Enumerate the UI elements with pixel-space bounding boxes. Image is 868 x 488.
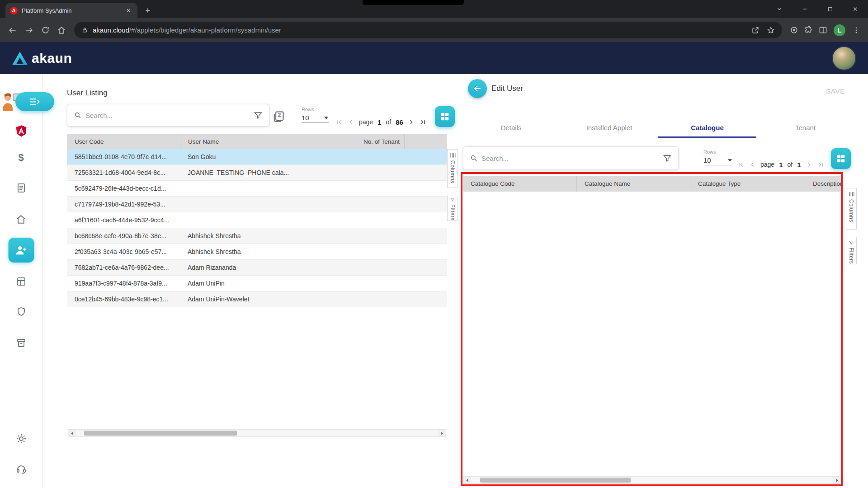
share-icon[interactable]	[751, 26, 760, 34]
col-catalogue-type[interactable]: Catalogue Type	[690, 176, 805, 192]
scroll-right-icon[interactable]	[438, 430, 446, 436]
scroll-thumb[interactable]	[480, 478, 631, 483]
back-icon[interactable]	[5, 22, 21, 38]
sidebar-item-support[interactable]	[12, 460, 30, 478]
col-catalogue-name[interactable]: Catalogue Name	[576, 176, 690, 192]
app-sidebar: $	[0, 74, 42, 488]
col-user-name[interactable]: User Name	[180, 134, 314, 149]
sidebar-item-home[interactable]	[12, 210, 30, 228]
url-bar[interactable]: akaun.cloud/#/applets/bigledger/akaun-pl…	[74, 22, 782, 38]
user-search-input[interactable]	[85, 112, 254, 119]
window-close-icon[interactable]	[843, 0, 868, 18]
user-row[interactable]: 0ce12b45-69bb-483e-9c98-ec1...Adam UniPi…	[67, 291, 447, 307]
view-pages-icon[interactable]: 2	[272, 110, 285, 123]
kebab-menu-icon[interactable]	[849, 23, 863, 38]
scroll-left-icon[interactable]	[463, 477, 471, 483]
search-icon	[74, 111, 82, 119]
search-icon	[470, 154, 478, 162]
user-row[interactable]: 5c692479-26fe-443d-becc-c1d...	[67, 181, 447, 197]
tab-installed-applet[interactable]: Installed Applet	[560, 119, 658, 138]
user-row[interactable]: c7179749-19b8-42d1-992e-53...	[67, 197, 447, 212]
home-icon[interactable]	[53, 22, 70, 38]
browser-tab[interactable]: A Platform SysAdmin	[5, 3, 137, 18]
prev-page-icon[interactable]	[346, 117, 355, 127]
person-add-icon	[15, 244, 28, 257]
side-panel-icon[interactable]	[816, 23, 830, 38]
user-row[interactable]: 72563321-1d68-4004-9ed4-8c...JOANNE_TEST…	[67, 165, 447, 181]
scroll-thumb[interactable]	[84, 431, 237, 436]
columns-side-tab[interactable]: Columns	[447, 149, 458, 188]
rows-label: Rows	[302, 107, 329, 112]
rows-per-page: Rows 10	[302, 107, 329, 123]
next-page-icon[interactable]	[805, 160, 814, 169]
refresh-icon[interactable]	[37, 22, 53, 38]
sidebar-item-archive[interactable]	[12, 334, 30, 352]
user-row[interactable]: bc68c68e-cefe-490a-8b7e-38e...Abhishek S…	[67, 228, 447, 244]
filter-icon[interactable]	[254, 111, 263, 120]
extensions-puzzle-icon[interactable]	[801, 23, 816, 38]
save-button[interactable]: SAVE	[818, 83, 853, 99]
sidebar-item-security[interactable]	[12, 303, 30, 321]
filters-side-tab[interactable]: Filters	[846, 237, 857, 264]
edit-user-title: Edit User	[491, 84, 523, 93]
browser-toolbar: akaun.cloud/#/applets/bigledger/akaun-pl…	[0, 18, 868, 42]
forward-icon[interactable]	[21, 22, 37, 38]
chevron-down-icon[interactable]	[767, 0, 792, 18]
user-row[interactable]: 919aa7f3-c997-48f4-878a-3af9...Adam UniP…	[67, 276, 447, 291]
scroll-track[interactable]	[76, 430, 438, 436]
sidebar-item-settings[interactable]	[12, 430, 30, 448]
user-table-header: User Code User Name No. of Tenant	[67, 134, 447, 149]
filter-icon[interactable]	[663, 154, 672, 163]
scroll-right-icon[interactable]	[833, 477, 841, 483]
new-tab-button[interactable]	[140, 3, 156, 18]
grid-view-button[interactable]	[831, 148, 851, 169]
col-catalogue-code[interactable]: Catalogue Code	[463, 176, 576, 192]
last-page-icon[interactable]	[816, 160, 826, 169]
rows-select[interactable]: 10	[302, 114, 329, 123]
scroll-track[interactable]	[471, 477, 833, 483]
maximize-icon[interactable]	[817, 0, 843, 18]
sidebar-item-modules[interactable]	[12, 272, 30, 291]
sidebar-item-finance[interactable]: $	[12, 149, 30, 167]
filters-side-tab[interactable]: Filters	[447, 195, 458, 221]
back-button[interactable]	[468, 79, 487, 98]
grid-view-button[interactable]	[435, 106, 455, 127]
columns-icon	[849, 191, 854, 197]
sidebar-item-documents[interactable]	[12, 179, 30, 197]
first-page-icon[interactable]	[736, 160, 745, 169]
minimize-icon[interactable]	[792, 0, 817, 18]
user-row[interactable]: a6f11601-cac6-444e-9532-9cc4...	[67, 212, 447, 228]
user-row[interactable]: 2f035a63-3c4a-403c-9b65-e57...Abhishek S…	[67, 244, 447, 260]
scroll-left-icon[interactable]	[68, 430, 76, 436]
tab-tenant[interactable]: Tenant	[756, 119, 854, 138]
url-text: akaun.cloud/#/applets/bigledger/akaun-pl…	[93, 26, 281, 34]
sidebar-item-applet-store[interactable]	[12, 122, 30, 140]
tab-close-icon[interactable]	[124, 6, 133, 15]
tab-catalogue[interactable]: Catalogue	[658, 119, 756, 138]
tab-details[interactable]: Details	[462, 119, 560, 138]
angular-shield-icon	[14, 124, 28, 138]
user-search-box	[67, 104, 269, 127]
user-row[interactable]: 7682ab71-ce6a-4a76-9862-dee...Adam Rizan…	[67, 260, 447, 276]
col-description[interactable]: Description	[805, 176, 841, 192]
browser-profile-avatar[interactable]: L	[834, 24, 845, 36]
rows-select[interactable]: 10	[703, 156, 732, 165]
last-page-icon[interactable]	[419, 117, 428, 127]
sidebar-expand-button[interactable]	[15, 92, 54, 111]
first-page-icon[interactable]	[335, 117, 344, 127]
next-page-icon[interactable]	[407, 117, 416, 127]
user-row[interactable]: 5851bbc9-0108-4e70-9f7c-d14...Son Goku	[67, 149, 447, 165]
sidebar-item-users[interactable]	[8, 238, 34, 263]
user-listing-title: User Listing	[67, 89, 108, 98]
akaun-logo[interactable]: akaun	[12, 51, 72, 66]
bookmark-star-icon[interactable]	[767, 26, 775, 34]
catalogue-search-input[interactable]	[481, 155, 663, 162]
headset-icon	[16, 464, 27, 474]
site-favicon-icon: A	[10, 7, 18, 14]
user-photo-avatar[interactable]	[832, 46, 856, 70]
col-no-of-tenant[interactable]: No. of Tenant	[314, 134, 404, 149]
columns-side-tab[interactable]: Columns	[846, 188, 857, 230]
record-extension-icon[interactable]	[787, 23, 801, 38]
prev-page-icon[interactable]	[748, 160, 757, 169]
col-user-code[interactable]: User Code	[67, 134, 180, 149]
